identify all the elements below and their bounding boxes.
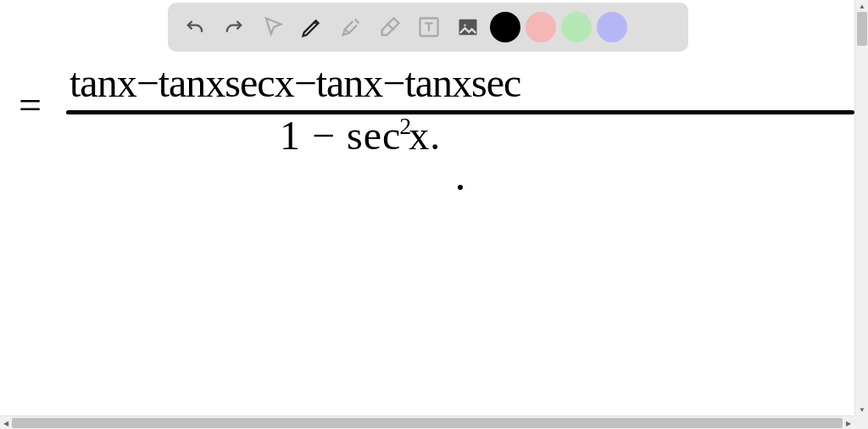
text-icon	[417, 15, 441, 39]
undo-button[interactable]	[178, 10, 212, 44]
stray-ink-dot	[458, 185, 463, 190]
denominator-exponent: 2	[399, 113, 412, 139]
tools-menu-button[interactable]	[334, 10, 368, 44]
color-black-swatch[interactable]	[490, 12, 520, 42]
vertical-scrollbar[interactable]: ▲ ▼	[854, 0, 868, 415]
redo-icon	[222, 15, 246, 39]
whiteboard-viewport: = tanx−tanxsecx−tanx−tanxsec 1 − sec2x. …	[0, 0, 868, 429]
image-tool-button[interactable]	[451, 10, 485, 44]
text-tool-button[interactable]	[412, 10, 446, 44]
eraser-tool-button[interactable]	[373, 10, 407, 44]
scroll-left-arrow-icon[interactable]: ◀	[0, 416, 12, 429]
pencil-icon	[300, 15, 324, 39]
color-purple-swatch[interactable]	[597, 12, 627, 42]
pencil-tool-button[interactable]	[295, 10, 329, 44]
equation-numerator: tanx−tanxsecx−tanx−tanxsec	[70, 59, 520, 106]
undo-icon	[183, 15, 207, 39]
equation-fraction-bar	[66, 110, 854, 114]
pointer-icon	[261, 15, 285, 39]
color-red-swatch[interactable]	[526, 12, 556, 42]
vertical-scroll-thumb[interactable]	[857, 12, 867, 46]
scroll-up-arrow-icon[interactable]: ▲	[855, 0, 868, 12]
color-green-swatch[interactable]	[561, 12, 592, 42]
tools-icon	[339, 15, 363, 39]
svg-point-2	[463, 23, 467, 27]
scroll-down-arrow-icon[interactable]: ▼	[855, 404, 868, 415]
denominator-pre: 1 − sec	[280, 113, 401, 158]
scroll-corner	[854, 415, 868, 429]
equation-denominator: 1 − sec2x.	[280, 112, 441, 159]
image-icon	[456, 15, 480, 39]
drawing-toolbar	[168, 3, 688, 52]
eraser-icon	[378, 15, 402, 39]
horizontal-scrollbar[interactable]: ◀ ▶	[0, 415, 854, 429]
equation-equals: =	[19, 81, 42, 128]
denominator-post: x.	[409, 113, 441, 158]
scroll-right-arrow-icon[interactable]: ▶	[843, 416, 854, 429]
pointer-tool-button[interactable]	[256, 10, 290, 44]
horizontal-scroll-thumb[interactable]	[12, 418, 843, 428]
drawing-canvas[interactable]: = tanx−tanxsecx−tanx−tanxsec 1 − sec2x.	[0, 0, 854, 415]
redo-button[interactable]	[217, 10, 251, 44]
